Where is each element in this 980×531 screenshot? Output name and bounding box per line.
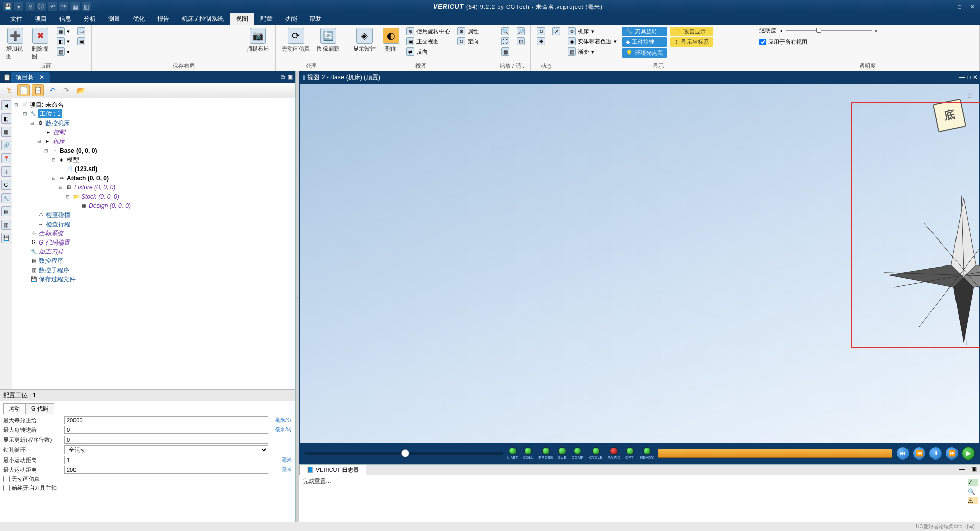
orient-button[interactable]: ↻定向: [455, 37, 481, 46]
tool-rotate-chip[interactable]: 🔧刀具旋转: [622, 27, 667, 36]
machine-dropdown[interactable]: ⚙机床 ▾: [566, 27, 619, 36]
playback-thumb[interactable]: [401, 449, 409, 457]
log-side-check-icon[interactable]: ✓: [968, 479, 978, 486]
layout-split-button[interactable]: ◧▾: [55, 37, 72, 46]
qat-save-icon[interactable]: 💾: [3, 2, 12, 11]
use-rotation-center-button[interactable]: ⊕使用旋转中心: [404, 27, 452, 36]
side-save-icon[interactable]: 💾: [1, 233, 11, 243]
tb-open-button[interactable]: 📂: [75, 84, 87, 96]
menu-analysis[interactable]: 分析: [78, 13, 102, 25]
side-list-icon[interactable]: ▤: [1, 206, 11, 216]
tb-new-button[interactable]: 📄: [17, 84, 30, 96]
layout-full-button[interactable]: ▣: [75, 37, 87, 46]
tree-project-root[interactable]: ⊟📄项目: 未命名: [14, 100, 293, 109]
tree-save-process[interactable]: 💾保存过程文件: [14, 275, 293, 284]
show-design-button[interactable]: ◈显示设计: [351, 27, 378, 54]
led-limit[interactable]: LIMIT: [507, 447, 518, 460]
input-min-move[interactable]: [64, 456, 268, 464]
log-tab[interactable]: 📘VERICUT 日志器: [299, 465, 366, 475]
minimize-icon[interactable]: —: [945, 3, 952, 10]
delete-view-button[interactable]: ✖删除视图: [30, 27, 52, 61]
panel-undock-icon[interactable]: ⧉: [281, 74, 285, 81]
led-ready[interactable]: READY: [640, 447, 654, 460]
transform-dropdown[interactable]: ▤渐变 ▾: [566, 47, 619, 56]
tree-base[interactable]: ⊟▫Base (0, 0, 0): [14, 146, 293, 155]
qat-redo-icon[interactable]: ↷: [59, 2, 68, 11]
play-button[interactable]: ▶: [962, 447, 975, 460]
tb-mouse-button[interactable]: 🖱: [3, 84, 15, 96]
led-cycle[interactable]: CYCLE: [589, 447, 603, 460]
improve-display-chip[interactable]: ✨改善显示: [670, 27, 713, 36]
zoom-region-button[interactable]: ▦: [499, 47, 511, 56]
tab-close-icon[interactable]: ✕: [39, 74, 44, 81]
select-drill-cycle[interactable]: 全运动: [64, 445, 268, 454]
apply-all-views-checkbox[interactable]: 应用于所有视图: [760, 38, 807, 46]
rewind-start-button[interactable]: ⏮: [896, 447, 910, 460]
checkbox-no-anim[interactable]: 无动画仿真: [3, 475, 292, 483]
qat-grid-icon[interactable]: ▦: [70, 2, 80, 11]
maximize-icon[interactable]: □: [958, 3, 965, 10]
pause-button[interactable]: ⏸: [929, 447, 942, 460]
viewport-min-icon[interactable]: —: [959, 74, 965, 81]
qat-dropdown-icon[interactable]: ▾: [14, 2, 23, 11]
env-light-chip[interactable]: 💡环境光点亮: [622, 48, 667, 58]
zoom-in-button[interactable]: 🔍: [499, 27, 511, 36]
tree-coord-sys[interactable]: ⊹坐标系统: [14, 229, 293, 238]
log-max-icon[interactable]: ▣: [968, 465, 980, 475]
solid-shaded-dropdown[interactable]: ◉实体带着色边 ▾: [566, 37, 619, 46]
reverse-button[interactable]: ⇄反向: [404, 47, 452, 56]
qat-info-icon[interactable]: ⓘ: [37, 2, 46, 11]
led-rapid[interactable]: RAPID: [608, 447, 620, 460]
menu-optimize[interactable]: 优化: [127, 13, 151, 25]
tb-undo-button[interactable]: ↶: [46, 84, 58, 96]
step-back-button[interactable]: ⏪: [913, 447, 926, 460]
led-probe[interactable]: PROBE: [538, 447, 553, 460]
menu-machine-control[interactable]: 机床 / 控制系统: [176, 13, 230, 25]
ortho-view-button[interactable]: ▣正交视图: [404, 37, 452, 46]
input-max-move[interactable]: [64, 466, 268, 474]
no-anim-sim-button[interactable]: ⟳无动画仿真: [280, 27, 312, 54]
led-comp[interactable]: COMP: [572, 447, 584, 460]
menu-file[interactable]: 文件: [4, 13, 29, 25]
menu-view[interactable]: 视图: [230, 13, 254, 25]
project-tree[interactable]: ⊟📄项目: 未命名 ⊟🔧工位 : 1 ⊟⚙数控机床 ▸控制 ⊟▸机床 ⊟▫Bas…: [12, 98, 295, 389]
zoom-fit-button[interactable]: ⛶: [499, 37, 511, 46]
led-coll[interactable]: COLL: [523, 447, 533, 460]
close-icon[interactable]: ✕: [970, 3, 977, 10]
qat-undo-icon[interactable]: ↶: [48, 2, 57, 11]
zoom-all-button[interactable]: ⊡: [514, 37, 527, 46]
tree-check-collision[interactable]: ⚠检查碰撞: [14, 210, 293, 220]
step-forward-button[interactable]: ⏩: [945, 447, 959, 460]
tree-setup[interactable]: ⊟🔧工位 : 1: [14, 109, 293, 118]
side-arrow-left-icon[interactable]: ◀: [1, 100, 11, 110]
side-cube-icon[interactable]: ◧: [1, 113, 11, 124]
attributes-button[interactable]: ⚙属性: [455, 27, 481, 36]
side-tool-icon[interactable]: 🔧: [1, 193, 11, 203]
log-side-warn-icon[interactable]: ⚠: [968, 497, 978, 504]
menu-measure[interactable]: 测量: [102, 13, 127, 25]
tree-tools[interactable]: 🔧加工刀具: [14, 247, 293, 256]
side-link-icon[interactable]: 🔗: [1, 140, 11, 150]
tab-gcode[interactable]: G-代码: [26, 403, 54, 414]
zoom-out-button[interactable]: 🔎: [514, 27, 527, 36]
input-max-rev[interactable]: [64, 426, 268, 434]
tree-model[interactable]: ⊟◈模型: [14, 155, 293, 164]
viewport-3d[interactable]: ⌂ 底: [300, 84, 979, 443]
tree-fixture[interactable]: ⊟⊞Fixture (0, 0, 0): [14, 183, 293, 192]
tree-gcode-offset[interactable]: GG-代码偏置: [14, 238, 293, 247]
layout-row-button[interactable]: ▤▾: [55, 47, 72, 56]
tree-nc-program[interactable]: ▤数控程序: [14, 256, 293, 266]
layout-grid-button[interactable]: ▦▾: [55, 27, 72, 36]
side-probe-icon[interactable]: 📍: [1, 153, 11, 163]
dynamic-rotate-button[interactable]: ↻: [535, 27, 547, 36]
transparency-slider[interactable]: ▪ ▫: [780, 27, 877, 34]
tree-nc-sub[interactable]: ▥数控子程序: [14, 266, 293, 275]
input-update-lines[interactable]: [64, 436, 268, 444]
menu-project[interactable]: 项目: [29, 13, 53, 25]
checkbox-always-spindle[interactable]: 始终开启刀具主轴: [3, 484, 292, 492]
input-max-feed[interactable]: [64, 416, 268, 424]
tab-motion[interactable]: 运动: [3, 403, 26, 414]
tb-redo-button[interactable]: ↷: [60, 84, 72, 96]
side-g-icon[interactable]: G: [1, 180, 11, 190]
capture-layout-button[interactable]: 📷捕捉布局: [244, 27, 271, 54]
